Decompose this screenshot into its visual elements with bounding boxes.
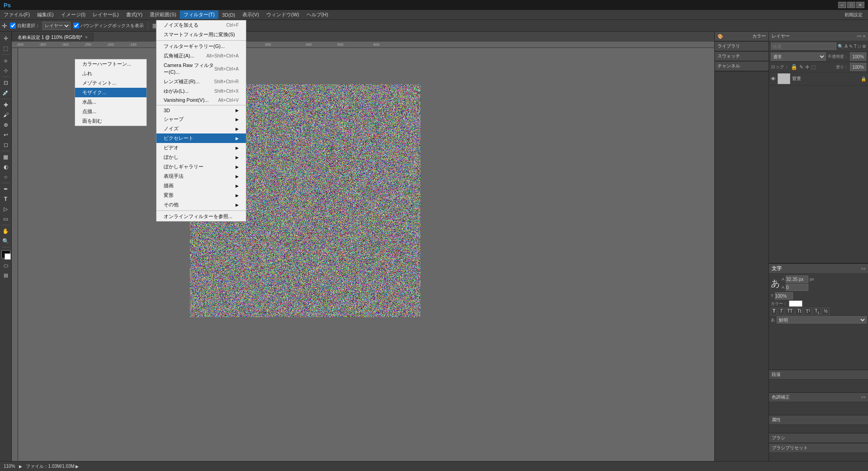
menu-item-file[interactable]: ファイル(F): [0, 10, 33, 19]
auto-select-checkbox[interactable]: 自動選択：: [10, 23, 40, 29]
tool-path[interactable]: ▷: [1, 204, 11, 214]
blend-mode-dropdown[interactable]: 通常: [771, 52, 826, 61]
antialias-dropdown[interactable]: 鮮明: [777, 316, 867, 324]
filter-item-blur-gallery[interactable]: ぼかしギャラリー ▶: [156, 162, 246, 171]
layer-type-icon-5[interactable]: ⚙: [862, 44, 866, 49]
filter-item-add-noise[interactable]: ノイズを加える Ctrl+F: [156, 20, 246, 30]
pix-item-color-halftone[interactable]: カラーハーフトーン...: [75, 59, 146, 69]
menu-item-layer[interactable]: レイヤー(L): [89, 10, 122, 19]
menu-item-filter[interactable]: フィルター(T): [180, 10, 218, 19]
filter-item-liquify[interactable]: ゆがみ(L)... Shift+Ctrl+X: [156, 86, 246, 96]
layer-visibility-eye[interactable]: 👁: [771, 76, 776, 81]
layer-type-icon-4[interactable]: □: [858, 44, 861, 49]
char-color-swatch[interactable]: [789, 300, 802, 307]
pix-item-pointillize[interactable]: 点描...: [75, 107, 146, 116]
all-caps-t[interactable]: TT: [785, 308, 794, 315]
filter-item-vanishing[interactable]: Vanishing Point(V)... Alt+Ctrl+V: [156, 96, 246, 104]
tool-healing[interactable]: ✚: [1, 100, 11, 110]
filter-item-stylize[interactable]: 表現手法 ▶: [156, 171, 246, 181]
tool-gradient[interactable]: ▦: [1, 152, 11, 162]
lock-all-icon[interactable]: ⬚: [811, 64, 816, 70]
layer-type-icon-1[interactable]: A: [844, 44, 848, 49]
pix-item-mezzotint[interactable]: ふれ: [75, 69, 146, 78]
filter-item-pixelate[interactable]: ピクセレート ▶: [156, 133, 246, 143]
tool-zoom[interactable]: 🔍: [1, 236, 11, 246]
tool-hand[interactable]: ✋: [1, 226, 11, 236]
doc-tab-active[interactable]: 名称未設定 1 @ 110% (RGB/8)* ×: [12, 33, 94, 42]
filter-item-wide-angle[interactable]: 広角補正(A)... Alt+Shift+Ctrl+A: [156, 51, 246, 61]
tool-eraser[interactable]: ◻: [1, 140, 11, 150]
maximize-button[interactable]: □: [847, 2, 855, 8]
opacity-input[interactable]: [850, 52, 866, 61]
tool-clone[interactable]: ⊕: [1, 120, 11, 130]
pix-item-crystallize[interactable]: 水晶...: [75, 97, 146, 107]
filter-item-render[interactable]: 描画 ▶: [156, 181, 246, 190]
tool-move[interactable]: ✛: [1, 33, 11, 43]
tool-pen[interactable]: ✒: [1, 184, 11, 194]
filter-item-camera-raw[interactable]: Camera Raw フィルター(C)... Shift+Ctrl+A: [156, 61, 246, 77]
tool-marquee[interactable]: ⬚: [1, 43, 11, 53]
tool-magic-wand[interactable]: ⊹: [1, 66, 11, 76]
filter-item-blur[interactable]: ぼかし ▶: [156, 152, 246, 162]
menu-item-window[interactable]: ウィンドウ(W): [263, 10, 303, 19]
filter-item-3d[interactable]: 3D ▶: [156, 106, 246, 114]
lock-paint-icon[interactable]: ✎: [799, 64, 803, 70]
menu-item-view[interactable]: 表示(V): [239, 10, 263, 19]
menu-item-select[interactable]: 選択範囲(S): [146, 10, 180, 19]
window-controls[interactable]: ─ □ ✕: [838, 2, 864, 8]
small-caps-t[interactable]: Tt: [795, 308, 803, 315]
leading-input[interactable]: [786, 284, 808, 291]
tool-eyedropper[interactable]: 💉: [1, 88, 11, 98]
auto-select-dropdown[interactable]: レイヤー: [42, 22, 71, 30]
filter-item-sharpen[interactable]: シャープ ▶: [156, 114, 246, 124]
layer-row-background[interactable]: 👁 背景 🔒: [769, 72, 868, 86]
layer-type-icon-3[interactable]: T: [854, 44, 857, 49]
filter-item-noise[interactable]: ノイズ ▶: [156, 124, 246, 133]
tool-dodge[interactable]: ○: [1, 172, 11, 182]
layer-panel-menu[interactable]: ≡: [863, 34, 865, 38]
filter-item-lens[interactable]: レンズ補正(R)... Shift+Ctrl+R: [156, 77, 246, 86]
tool-screen-mode[interactable]: ⊞: [1, 271, 11, 281]
font-size-input[interactable]: [786, 276, 808, 283]
tool-blur[interactable]: ◐: [1, 162, 11, 172]
tool-lasso[interactable]: ⌾: [1, 56, 11, 66]
doc-tab-close[interactable]: ×: [85, 35, 88, 40]
subscript-t[interactable]: T1: [813, 308, 821, 315]
bounding-box-checkbox[interactable]: バウンディングボックスを表示: [73, 23, 144, 29]
pix-item-facet[interactable]: 面を刻む: [75, 116, 146, 126]
menu-item-type[interactable]: 書式(Y): [123, 10, 146, 19]
menu-item-image[interactable]: イメージ(I): [57, 10, 89, 19]
filter-item-gallery[interactable]: フィルターギャラリー(G)...: [156, 42, 246, 51]
tool-history-brush[interactable]: ↩: [1, 130, 11, 140]
minimize-button[interactable]: ─: [838, 2, 846, 8]
lock-move-icon[interactable]: ✛: [805, 64, 809, 70]
fill-input[interactable]: [850, 63, 866, 71]
superscript-t[interactable]: T1: [804, 308, 812, 315]
close-button[interactable]: ✕: [856, 2, 864, 8]
pix-item-mosaic[interactable]: モザイク...: [75, 88, 146, 97]
layer-panel-expand[interactable]: >>: [857, 34, 862, 38]
tool-shape[interactable]: ▭: [1, 214, 11, 224]
pix-item-mezzo[interactable]: メゾティント...: [75, 78, 146, 88]
layer-search-input[interactable]: [771, 43, 836, 50]
bold-t[interactable]: T: [771, 308, 777, 315]
tool-brush[interactable]: 🖌: [1, 110, 11, 120]
menu-item-edit[interactable]: 編集(E): [33, 10, 57, 19]
filter-item-distort[interactable]: 変形 ▶: [156, 190, 246, 200]
lock-pixel-icon[interactable]: 🔒: [791, 64, 797, 70]
filter-item-video[interactable]: ビデオ ▶: [156, 143, 246, 152]
tool-mask[interactable]: ⬭: [1, 261, 11, 271]
filter-item-other[interactable]: その他 ▶: [156, 200, 246, 209]
tracking-input[interactable]: [775, 292, 793, 300]
filter-item-online[interactable]: オンラインフィルターを参照...: [156, 212, 246, 221]
tool-text[interactable]: T: [1, 194, 11, 204]
tool-crop[interactable]: ⊡: [1, 78, 11, 88]
char-tab-expand[interactable]: >>: [861, 266, 866, 271]
adjust-tab-expand[interactable]: >>: [861, 395, 866, 400]
menu-item-3d[interactable]: 3D(D): [218, 11, 239, 19]
half-fraction[interactable]: ½: [822, 308, 829, 315]
menu-item-help[interactable]: ヘルプ(H): [303, 10, 332, 19]
layer-type-icon-2[interactable]: ✎: [849, 44, 853, 49]
filter-item-smart[interactable]: スマートフィルター用に変換(S): [156, 30, 246, 39]
italic-t[interactable]: T: [778, 308, 784, 315]
